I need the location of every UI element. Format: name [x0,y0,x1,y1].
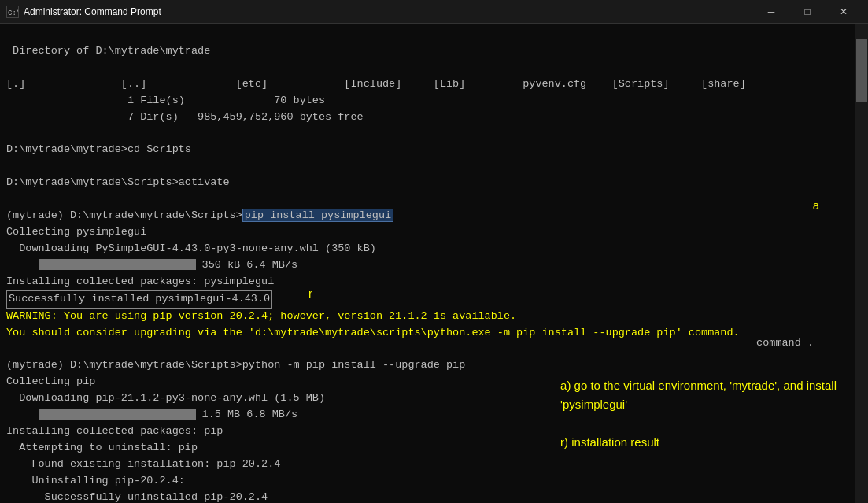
annotation-a-label: a [813,197,819,215]
cmd-icon: C:\ [6,6,19,18]
line-18: WARNING: You are using pip version 20.2.… [6,309,849,325]
line-6: 7 Dir(s) 985,459,752,960 bytes free [6,109,849,126]
success-line: Successfully installed pysimplegui-4.43.… [6,290,272,309]
line-8: D:\mytrade\mytrade>cd Scripts [6,142,849,158]
command-dot-text: command . [756,335,814,351]
annotation-info-block: a) go to the virtual environment, 'mytra… [560,376,837,452]
line-12: (mytrade) D:\mytrade\mytrade\Scripts>pip… [6,208,849,224]
line-7 [6,126,849,142]
line-13: Collecting pysimplegui [6,224,849,241]
line-15: 350 kB 6.4 MB/s [6,257,849,274]
close-button[interactable]: ✕ [826,0,862,24]
line-1 [6,27,849,43]
download-progress-bar-1 [39,259,196,270]
line-14: Downloading PySimpleGUI-4.43.0-py3-none-… [6,241,849,257]
line-28: Uninstalling pip-20.2.4: [6,473,849,490]
pip-install-command: pip install pysimplegui [242,209,393,222]
terminal-body: Directory of D:\mytrade\mytrade [.] [..]… [0,24,868,503]
scrollbar-thumb[interactable] [856,39,867,102]
line-3 [6,60,849,76]
line-21: (mytrade) D:\mytrade\mytrade\Scripts>pyt… [6,357,849,374]
svg-text:C:\: C:\ [8,9,18,17]
title-bar: C:\ Administrator: Command Prompt ─ □ ✕ [0,0,868,24]
window-controls: ─ □ ✕ [753,0,862,24]
annotation-info-line4: r) installation result [560,435,659,449]
maximize-button[interactable]: □ [789,0,826,24]
line-20 [6,342,849,358]
line-29: Successfully uninstalled pip-20.2.4 [6,490,849,503]
line-5: 1 File(s) 70 bytes [6,93,849,109]
line-2: Directory of D:\mytrade\mytrade [6,43,849,60]
line-4: [.] [..] [etc] [Include] [Lib] pyvenv.cf… [6,76,849,93]
annotation-info-line1: a) go to the virtual environment, 'mytra… [560,379,837,392]
line-11 [6,191,849,208]
annotation-r-label: r [308,285,825,303]
annotation-info-line2: 'pysimplegui' [560,398,627,411]
line-19: You should consider upgrading via the 'd… [6,325,849,342]
line-10: D:\mytrade\mytrade\Scripts>activate [6,175,849,191]
minimize-button[interactable]: ─ [753,0,789,24]
terminal-content[interactable]: Directory of D:\mytrade\mytrade [.] [..]… [0,24,855,503]
line-17: Successfully installed pysimplegui-4.43.… [9,293,270,305]
line-27: Found existing installation: pip 20.2.4 [6,457,849,473]
title-bar-left: C:\ Administrator: Command Prompt [6,6,161,18]
line-9 [6,158,849,175]
window-title: Administrator: Command Prompt [24,6,161,17]
scrollbar[interactable] [855,24,868,503]
download-progress-bar-2 [39,409,196,420]
